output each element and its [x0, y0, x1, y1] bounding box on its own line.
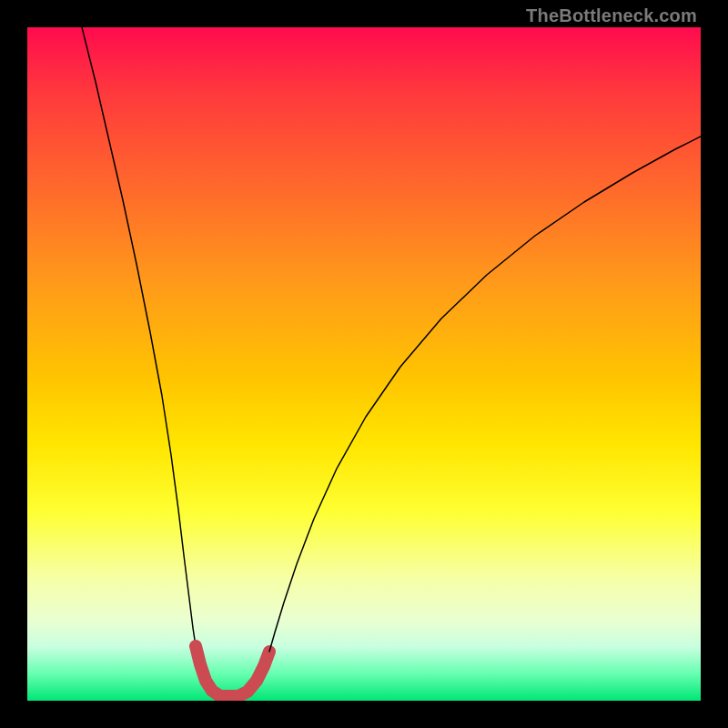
series-left-branch-thick — [196, 646, 228, 696]
watermark-text: TheBottleneck.com — [526, 5, 697, 26]
series-right-branch-thin — [269, 136, 701, 652]
curve-layer — [27, 27, 701, 701]
plot-area — [27, 27, 701, 701]
series-right-branch-thick — [228, 652, 269, 696]
series-left-branch-thin — [82, 27, 196, 646]
chart-frame: TheBottleneck.com — [0, 0, 728, 728]
